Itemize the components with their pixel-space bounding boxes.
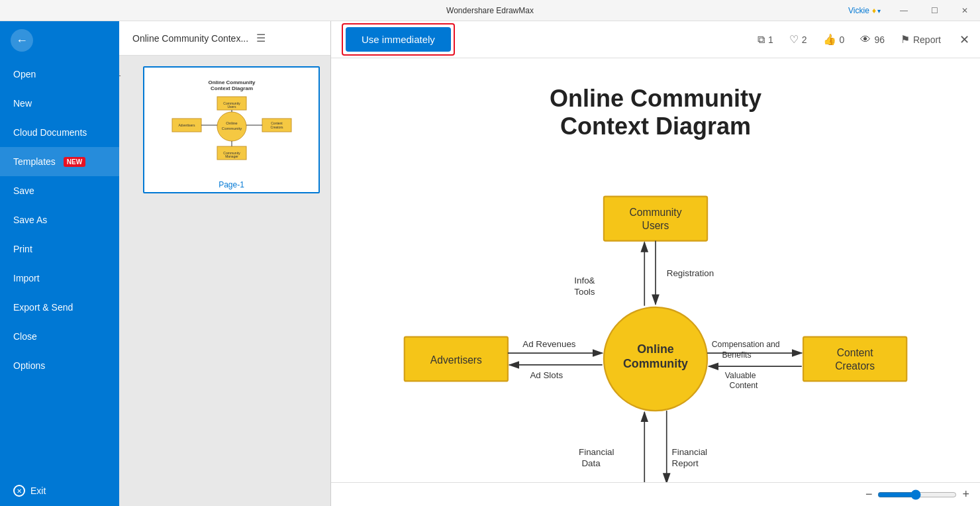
sidebar-label-options: Options bbox=[13, 360, 45, 371]
page-number: 1 bbox=[119, 69, 121, 78]
svg-text:Ad Slots: Ad Slots bbox=[530, 370, 563, 380]
username: Vickie bbox=[848, 6, 869, 15]
diagram-canvas: Online Community Context Diagram bbox=[358, 72, 954, 482]
svg-text:Creators: Creators bbox=[270, 125, 283, 129]
pages-header: Online Community Contex... ☰ bbox=[119, 21, 330, 56]
svg-text:Manager: Manager bbox=[225, 154, 238, 158]
svg-text:Advertisers: Advertisers bbox=[430, 354, 482, 366]
sidebar-label-save: Save bbox=[13, 185, 34, 196]
diagram-content: Online Community Context Diagram bbox=[331, 58, 980, 482]
document-title: Online Community Contex... bbox=[132, 33, 248, 44]
diagram-title-line1: Online Community bbox=[550, 85, 761, 112]
pages-list: 1 Online Community Context Diagram Onlin… bbox=[119, 56, 330, 506]
zoom-slider[interactable] bbox=[877, 489, 957, 500]
sidebar-item-close[interactable]: Close bbox=[0, 322, 119, 351]
page-item-wrapper: 1 Online Community Context Diagram Onlin… bbox=[130, 66, 320, 193]
back-button[interactable]: ← bbox=[0, 21, 119, 60]
zoom-bar: − + bbox=[331, 482, 980, 506]
sidebar-item-templates[interactable]: Templates NEW bbox=[0, 147, 119, 176]
sidebar-item-new[interactable]: New bbox=[0, 89, 119, 118]
page-thumbnail: Online Community Context Diagram Online … bbox=[147, 70, 316, 176]
sidebar: ← Open New Cloud Documents Templates NEW… bbox=[0, 21, 119, 506]
sidebar-item-open[interactable]: Open bbox=[0, 60, 119, 89]
svg-text:Community: Community bbox=[630, 207, 682, 218]
svg-text:Context Diagram: Context Diagram bbox=[210, 85, 252, 91]
svg-text:Online Community: Online Community bbox=[208, 79, 256, 85]
svg-text:Info&: Info& bbox=[574, 276, 595, 285]
flag-icon: ⚑ bbox=[901, 33, 910, 46]
use-immediately-button[interactable]: Use immediately bbox=[346, 27, 451, 52]
svg-text:Community: Community bbox=[623, 357, 688, 370]
thumbnail-svg: Online Community Context Diagram Online … bbox=[152, 74, 311, 173]
view-count: 96 bbox=[874, 34, 885, 45]
svg-text:Registration: Registration bbox=[667, 268, 714, 278]
diagram-area: Use immediately ⧉ 1 ♡ 2 👍 0 👁 96 ⚑ Repor bbox=[331, 21, 980, 506]
svg-text:Compensation and: Compensation and bbox=[712, 340, 780, 349]
svg-text:Financial: Financial bbox=[579, 447, 614, 457]
report-label: Report bbox=[913, 34, 941, 45]
pages-panel: Online Community Contex... ☰ 1 Online Co… bbox=[119, 21, 331, 506]
sidebar-item-saveas[interactable]: Save As bbox=[0, 205, 119, 234]
context-diagram-svg: Online Community Community Users Communi… bbox=[358, 167, 954, 482]
window-close-button[interactable]: ✕ bbox=[950, 0, 980, 21]
thumbsup-count: 0 bbox=[840, 34, 845, 45]
sidebar-label-import: Import bbox=[13, 273, 40, 283]
toolbar-close-button[interactable]: ✕ bbox=[959, 32, 969, 47]
heart-icon: ♡ bbox=[789, 33, 799, 46]
sidebar-item-options[interactable]: Options bbox=[0, 351, 119, 380]
diagram-title-line2: Context Diagram bbox=[560, 113, 751, 140]
copy-stat: ⧉ 1 bbox=[758, 34, 773, 46]
sidebar-label-print: Print bbox=[13, 244, 32, 254]
like-count: 2 bbox=[802, 34, 807, 45]
svg-text:Users: Users bbox=[227, 105, 236, 109]
sidebar-label-templates: Templates bbox=[13, 156, 56, 167]
sidebar-item-export[interactable]: Export & Send bbox=[0, 293, 119, 322]
svg-rect-34 bbox=[803, 337, 906, 381]
svg-rect-26 bbox=[604, 197, 707, 241]
svg-text:Benefits: Benefits bbox=[722, 350, 751, 360]
dropdown-icon[interactable]: ▾ bbox=[877, 7, 881, 15]
svg-text:Online: Online bbox=[637, 342, 674, 356]
exit-icon: ✕ bbox=[13, 485, 25, 497]
back-icon: ← bbox=[11, 29, 33, 52]
sidebar-item-import[interactable]: Import bbox=[0, 264, 119, 293]
page-label: Page-1 bbox=[147, 180, 316, 189]
page-thumbnail-item[interactable]: Online Community Context Diagram Online … bbox=[143, 66, 320, 193]
svg-text:Valuable: Valuable bbox=[725, 371, 756, 380]
report-button[interactable]: ⚑ Report bbox=[901, 33, 941, 46]
minimize-button[interactable]: — bbox=[889, 0, 919, 21]
maximize-button[interactable]: ☐ bbox=[919, 0, 950, 21]
premium-icon: ♦ bbox=[872, 6, 876, 15]
svg-text:Tools: Tools bbox=[574, 287, 595, 297]
main-layout: ← Open New Cloud Documents Templates NEW… bbox=[0, 21, 980, 506]
zoom-in-button[interactable]: + bbox=[962, 487, 969, 501]
window-controls: — ☐ ✕ bbox=[889, 0, 980, 21]
templates-badge: NEW bbox=[64, 157, 85, 167]
eye-icon: 👁 bbox=[860, 34, 871, 46]
svg-text:Data: Data bbox=[581, 458, 601, 468]
app-title: Wondershare EdrawMax bbox=[446, 6, 534, 15]
thumbsup-icon: 👍 bbox=[823, 33, 836, 46]
exit-label: Exit bbox=[30, 485, 46, 496]
hamburger-icon[interactable]: ☰ bbox=[256, 32, 266, 44]
sidebar-item-print[interactable]: Print bbox=[0, 234, 119, 264]
svg-text:Ad Revenues: Ad Revenues bbox=[522, 339, 576, 349]
sidebar-item-save[interactable]: Save bbox=[0, 176, 119, 205]
sidebar-label-open: Open bbox=[13, 69, 36, 79]
svg-text:Community: Community bbox=[221, 126, 241, 130]
copy-count: 1 bbox=[768, 34, 773, 45]
diagram-toolbar: Use immediately ⧉ 1 ♡ 2 👍 0 👁 96 ⚑ Repor bbox=[331, 21, 980, 58]
svg-text:Content: Content bbox=[730, 381, 759, 390]
svg-text:Creators: Creators bbox=[835, 360, 875, 372]
sidebar-label-cloud: Cloud Documents bbox=[13, 127, 87, 138]
exit-button[interactable]: ✕ Exit bbox=[0, 476, 119, 506]
like-stat: ♡ 2 bbox=[789, 33, 807, 46]
sidebar-label-close: Close bbox=[13, 331, 37, 342]
user-area: Vickie ♦ ▾ bbox=[848, 0, 881, 21]
zoom-out-button[interactable]: − bbox=[865, 487, 873, 501]
titlebar: Wondershare EdrawMax Vickie ♦ ▾ — ☐ ✕ bbox=[0, 0, 980, 21]
thumbsup-stat: 👍 0 bbox=[823, 33, 845, 46]
diagram-title: Online Community Context Diagram bbox=[358, 85, 954, 140]
sidebar-item-cloud[interactable]: Cloud Documents bbox=[0, 118, 119, 147]
copy-icon: ⧉ bbox=[758, 34, 765, 46]
